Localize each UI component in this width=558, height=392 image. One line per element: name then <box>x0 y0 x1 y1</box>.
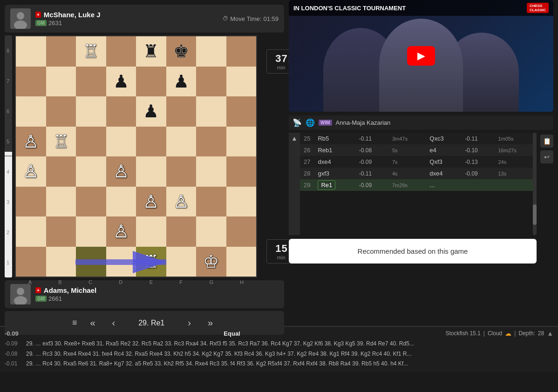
square-d8[interactable] <box>106 36 136 67</box>
square-d6[interactable] <box>106 96 136 127</box>
square-c2[interactable] <box>76 216 106 247</box>
white-move-29[interactable]: Re1 <box>314 179 355 191</box>
prev-move-button[interactable]: ‹ <box>109 316 119 330</box>
square-b2[interactable] <box>46 216 76 247</box>
square-c7[interactable] <box>76 67 106 97</box>
square-e1[interactable]: ♖ <box>136 247 166 277</box>
square-a8[interactable] <box>16 36 46 67</box>
square-b7[interactable] <box>46 67 76 97</box>
piece-white-P-a4[interactable]: ♙ <box>23 162 39 180</box>
square-g6[interactable] <box>196 96 226 127</box>
black-move-29[interactable]: ... <box>426 179 461 191</box>
chess-board[interactable]: ♖♜♚♟♟♟♙♖♙♙♙♙♙♖♔ <box>15 35 257 277</box>
piece-white-P-f3[interactable]: ♙ <box>173 193 189 210</box>
square-g7[interactable] <box>196 67 226 97</box>
black-move-26[interactable]: e4 <box>426 144 461 156</box>
piece-black-P-d7[interactable]: ♟ <box>113 73 129 90</box>
square-b5[interactable]: ♖ <box>46 127 76 157</box>
square-a6[interactable] <box>16 96 46 127</box>
square-a7[interactable] <box>16 67 46 97</box>
first-move-button[interactable]: « <box>86 316 99 330</box>
square-c4[interactable] <box>76 156 106 187</box>
square-b4[interactable] <box>46 156 76 187</box>
menu-button[interactable]: ≡ <box>72 318 77 328</box>
square-d2[interactable]: ♙ <box>106 216 136 247</box>
square-g1[interactable]: ♔ <box>196 247 226 277</box>
square-c8[interactable]: ♖ <box>76 36 106 67</box>
square-g2[interactable] <box>196 216 226 247</box>
square-e4[interactable] <box>136 156 166 187</box>
youtube-play-button[interactable]: ▶ <box>407 46 435 66</box>
square-f4[interactable] <box>166 156 197 187</box>
square-a4[interactable]: ♙ <box>16 156 46 187</box>
scroll-up-button[interactable]: ▲ <box>291 135 298 142</box>
square-h3[interactable] <box>226 187 257 217</box>
piece-black-K-f8[interactable]: ♚ <box>173 42 189 60</box>
eval-line-0[interactable]: -0.0929. … exf3 30. Rxe8+ Rxe8 31. Rxa5 … <box>5 339 553 349</box>
moves-outer[interactable]: ▲ 25Rb5-0.113m47sQxc3-0.111m05s26Reb1-0.… <box>289 133 537 235</box>
white-move-28[interactable]: gxf3 <box>314 168 355 179</box>
square-e8[interactable]: ♜ <box>136 36 166 67</box>
piece-white-R-b5[interactable]: ♖ <box>53 133 69 150</box>
square-d5[interactable] <box>106 127 136 157</box>
square-b3[interactable] <box>46 187 76 217</box>
square-h5[interactable] <box>226 127 257 157</box>
piece-white-P-d4[interactable]: ♙ <box>113 162 129 180</box>
square-b1[interactable] <box>46 247 76 277</box>
expand-button[interactable]: ▲ <box>547 330 553 337</box>
square-h1[interactable] <box>226 247 257 277</box>
white-move-26[interactable]: Reb1 <box>314 144 355 156</box>
piece-white-R-e1[interactable]: ♖ <box>143 253 159 270</box>
square-e6[interactable]: ♟ <box>136 96 166 127</box>
piece-white-P-d2[interactable]: ♙ <box>113 223 129 240</box>
piece-white-R-c8[interactable]: ♖ <box>83 42 99 60</box>
side-ctrl-2[interactable]: ↩ <box>540 150 553 163</box>
square-g4[interactable] <box>196 156 226 187</box>
square-b8[interactable] <box>46 36 76 67</box>
square-f3[interactable]: ♙ <box>166 187 197 217</box>
square-d3[interactable] <box>106 187 136 217</box>
piece-black-P-e6[interactable]: ♟ <box>143 102 159 120</box>
black-move-27[interactable]: Qxf3 <box>426 156 461 168</box>
square-h4[interactable] <box>226 156 257 187</box>
black-move-25[interactable]: Qxc3 <box>426 133 461 144</box>
eval-line-2[interactable]: -0.0129. … Rc4 30. Rxa5 Re6 31. Ra8+ Kg7… <box>5 359 553 369</box>
square-h8[interactable] <box>226 36 257 67</box>
piece-white-P-a5[interactable]: ♙ <box>23 133 39 150</box>
black-move-28[interactable]: dxe4 <box>426 168 461 179</box>
square-f7[interactable]: ♟ <box>166 67 197 97</box>
video-thumbnail[interactable]: IN LONDON'S CLASSIC TOURNAMENT CHESS CLA… <box>289 0 553 112</box>
square-d4[interactable]: ♙ <box>106 156 136 187</box>
square-b6[interactable] <box>46 96 76 127</box>
square-d1[interactable] <box>106 247 136 277</box>
next-move-button[interactable]: › <box>184 316 195 330</box>
eval-line-1[interactable]: -0.0829. … Rc3 30. Rxe4 Rxe4 31. fxe4 Rc… <box>5 349 553 359</box>
square-h2[interactable] <box>226 216 257 247</box>
square-a1[interactable] <box>16 247 46 277</box>
square-c6[interactable] <box>76 96 106 127</box>
square-f8[interactable]: ♚ <box>166 36 197 67</box>
square-a2[interactable] <box>16 216 46 247</box>
piece-white-K-g1[interactable]: ♔ <box>203 253 219 270</box>
piece-black-P-f7[interactable]: ♟ <box>173 73 189 90</box>
scroll-indicator[interactable] <box>533 133 537 235</box>
scroll-thumb[interactable] <box>533 204 537 225</box>
square-a5[interactable]: ♙ <box>16 127 46 157</box>
square-f2[interactable] <box>166 216 197 247</box>
square-f1[interactable] <box>166 247 197 277</box>
piece-black-R-e8[interactable]: ♜ <box>143 42 159 60</box>
piece-white-P-e3[interactable]: ♙ <box>143 193 159 210</box>
square-c3[interactable] <box>76 187 106 217</box>
square-c5[interactable] <box>76 127 106 157</box>
board-container[interactable]: 87654321 ♖♜♚♟♟♟♙♖♙♙♙♙♙♖♔ ABCDEFGH <box>15 35 257 277</box>
square-e3[interactable]: ♙ <box>136 187 166 217</box>
white-move-25[interactable]: Rb5 <box>314 133 355 144</box>
square-c1[interactable] <box>76 247 106 277</box>
square-d7[interactable]: ♟ <box>106 67 136 97</box>
last-move-button[interactable]: » <box>204 316 217 330</box>
side-ctrl-1[interactable]: 📋 <box>540 135 553 148</box>
square-f6[interactable] <box>166 96 197 127</box>
square-g5[interactable] <box>196 127 226 157</box>
square-e5[interactable] <box>136 127 166 157</box>
square-h7[interactable] <box>226 67 257 97</box>
